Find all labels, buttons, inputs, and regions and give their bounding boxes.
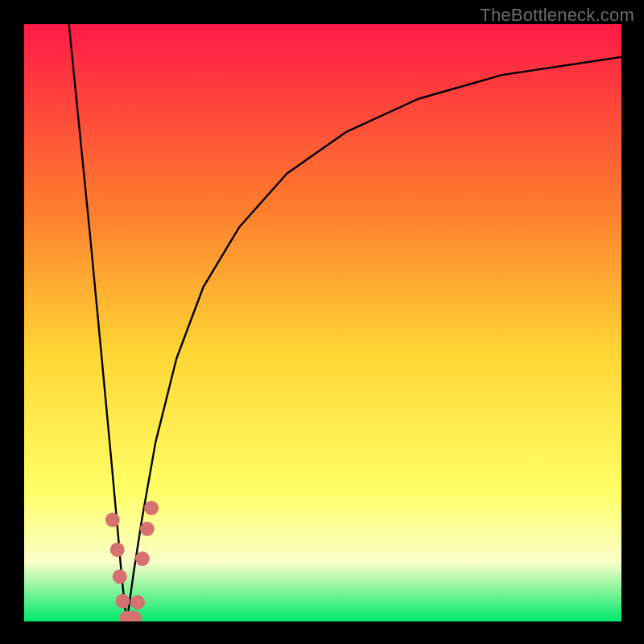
data-marker xyxy=(130,595,145,609)
chart-stage: TheBottleneck.com xyxy=(0,0,644,644)
gradient-background xyxy=(24,24,621,621)
data-marker xyxy=(115,594,130,609)
data-marker xyxy=(135,551,150,566)
data-marker xyxy=(144,501,159,515)
data-marker xyxy=(105,513,120,527)
data-marker xyxy=(140,522,155,536)
watermark-text: TheBottleneck.com xyxy=(480,5,634,26)
bottleneck-chart xyxy=(0,0,644,644)
data-marker xyxy=(110,543,125,557)
data-marker xyxy=(113,569,127,584)
